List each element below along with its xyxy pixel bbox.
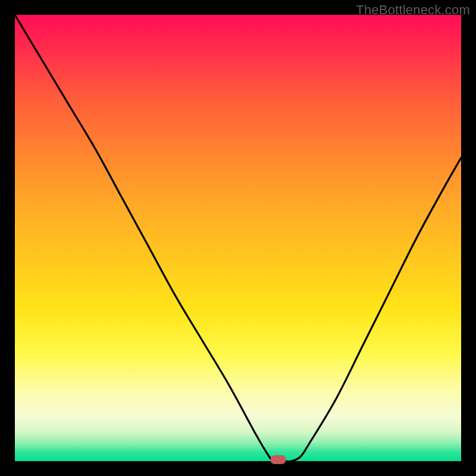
curve-layer xyxy=(15,15,461,461)
bottleneck-curve-path xyxy=(15,15,461,462)
watermark-text: TheBottleneck.com xyxy=(356,2,470,18)
chart-frame: TheBottleneck.com xyxy=(0,0,476,476)
minimum-marker xyxy=(271,455,286,464)
plot-area xyxy=(15,15,461,461)
